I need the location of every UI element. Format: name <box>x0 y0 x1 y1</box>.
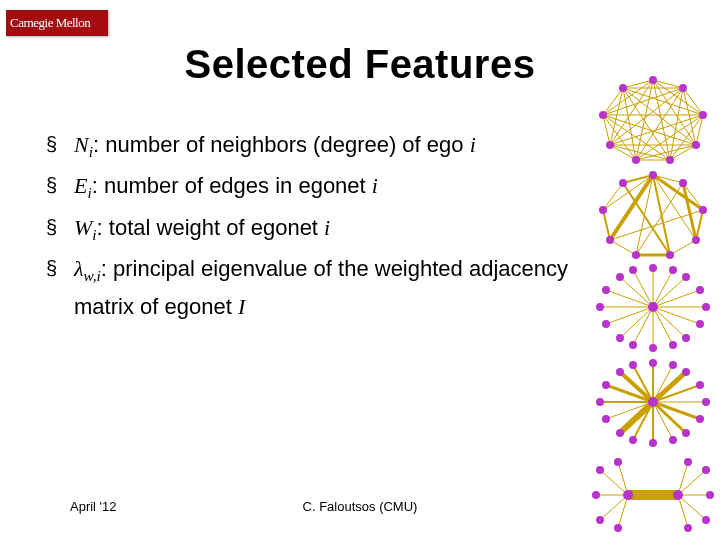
bullet-text: Ni: number of neighbors (degree) of ego … <box>74 128 476 167</box>
svg-line-25 <box>603 210 610 240</box>
svg-point-36 <box>619 179 627 187</box>
graph-weighted-star-icon <box>588 355 718 450</box>
list-item: § λw,i: principal eigenvalue of the weig… <box>46 252 586 321</box>
svg-line-51 <box>606 290 653 307</box>
svg-point-123 <box>702 516 710 524</box>
svg-point-56 <box>702 303 710 311</box>
svg-point-53 <box>648 302 658 312</box>
svg-point-117 <box>592 491 600 499</box>
bullet-text: Ei: number of edges in egonet i <box>74 169 378 208</box>
svg-point-89 <box>702 398 710 406</box>
svg-point-32 <box>666 251 674 259</box>
svg-point-8 <box>619 84 627 92</box>
svg-point-6 <box>606 141 614 149</box>
graph-weighted-clique-icon <box>588 165 718 260</box>
svg-point-94 <box>616 368 624 376</box>
list-item: § Wi: total weight of egonet i <box>46 211 586 250</box>
svg-line-40 <box>653 307 686 338</box>
svg-point-0 <box>649 76 657 84</box>
svg-point-86 <box>648 397 658 407</box>
svg-line-20 <box>696 210 703 240</box>
svg-point-95 <box>669 361 677 369</box>
bullet-icon: § <box>46 128 74 160</box>
svg-point-96 <box>696 381 704 389</box>
graph-star-icon <box>588 260 718 355</box>
svg-line-71 <box>653 372 686 402</box>
svg-line-38 <box>653 277 686 307</box>
svg-line-15 <box>603 175 653 210</box>
svg-point-69 <box>629 266 637 274</box>
graph-column <box>588 70 718 540</box>
svg-point-100 <box>602 415 610 423</box>
svg-line-45 <box>653 270 673 307</box>
svg-point-31 <box>692 236 700 244</box>
svg-line-26 <box>603 183 623 210</box>
svg-line-24 <box>610 240 636 255</box>
svg-point-125 <box>684 524 692 532</box>
svg-point-119 <box>614 458 622 466</box>
svg-line-52 <box>633 270 653 307</box>
svg-point-59 <box>616 334 624 342</box>
svg-point-101 <box>602 381 610 389</box>
svg-point-4 <box>666 156 674 164</box>
svg-point-64 <box>696 320 704 328</box>
svg-point-7 <box>599 111 607 119</box>
svg-point-54 <box>649 264 657 272</box>
svg-point-88 <box>682 368 690 376</box>
svg-point-34 <box>606 236 614 244</box>
bullet-icon: § <box>46 252 74 284</box>
svg-line-42 <box>620 307 653 338</box>
svg-point-97 <box>696 415 704 423</box>
svg-point-65 <box>669 341 677 349</box>
svg-point-87 <box>649 359 657 367</box>
list-item: § Ei: number of edges in egonet i <box>46 169 586 208</box>
svg-point-35 <box>599 206 607 214</box>
svg-point-28 <box>649 171 657 179</box>
bullet-icon: § <box>46 169 74 201</box>
svg-point-99 <box>629 436 637 444</box>
svg-point-102 <box>629 361 637 369</box>
svg-point-93 <box>596 398 604 406</box>
svg-line-22 <box>670 240 696 255</box>
svg-line-44 <box>620 277 653 307</box>
svg-point-118 <box>596 516 604 524</box>
svg-point-55 <box>682 273 690 281</box>
svg-point-61 <box>616 273 624 281</box>
svg-line-75 <box>620 402 653 433</box>
svg-point-92 <box>616 429 624 437</box>
svg-point-114 <box>623 490 633 500</box>
university-logo: Carnegie Mellon <box>6 10 108 36</box>
svg-point-121 <box>702 466 710 474</box>
svg-point-1 <box>679 84 687 92</box>
svg-point-115 <box>673 490 683 500</box>
svg-point-66 <box>629 341 637 349</box>
svg-point-33 <box>632 251 640 259</box>
list-item: § Ni: number of neighbors (degree) of eg… <box>46 128 586 167</box>
svg-point-124 <box>684 458 692 466</box>
svg-point-120 <box>614 524 622 532</box>
svg-point-62 <box>669 266 677 274</box>
svg-point-57 <box>682 334 690 342</box>
svg-point-91 <box>649 439 657 447</box>
bullet-list: § Ni: number of neighbors (degree) of eg… <box>46 128 586 324</box>
bullet-text: Wi: total weight of egonet i <box>74 211 330 250</box>
svg-point-2 <box>699 111 707 119</box>
bullet-icon: § <box>46 211 74 243</box>
svg-point-116 <box>596 466 604 474</box>
graph-heavy-edge-icon <box>588 450 718 540</box>
svg-line-46 <box>653 290 700 307</box>
svg-point-67 <box>602 320 610 328</box>
svg-point-90 <box>682 429 690 437</box>
svg-point-98 <box>669 436 677 444</box>
graph-clique-icon <box>588 70 718 165</box>
svg-point-68 <box>602 286 610 294</box>
bullet-text: λw,i: principal eigenvalue of the weight… <box>74 252 586 321</box>
svg-point-63 <box>696 286 704 294</box>
svg-point-3 <box>692 141 700 149</box>
svg-point-30 <box>699 206 707 214</box>
svg-line-10 <box>653 175 703 210</box>
svg-point-122 <box>706 491 714 499</box>
svg-point-58 <box>649 344 657 352</box>
svg-point-60 <box>596 303 604 311</box>
svg-point-29 <box>679 179 687 187</box>
